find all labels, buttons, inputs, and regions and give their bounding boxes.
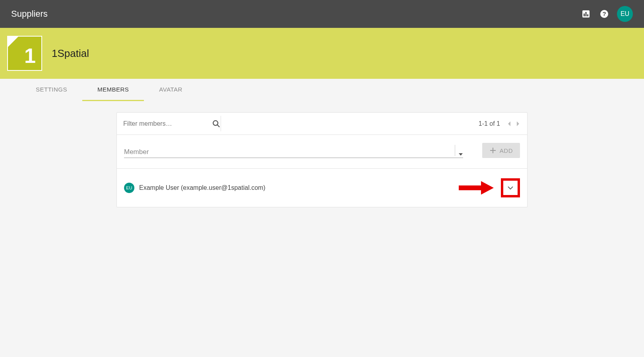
svg-line-7 bbox=[217, 125, 220, 127]
svg-rect-2 bbox=[586, 12, 587, 16]
logo-char: 1 bbox=[24, 44, 36, 68]
svg-point-6 bbox=[213, 121, 218, 125]
search-icon[interactable] bbox=[212, 119, 221, 128]
member-select-label: Member bbox=[124, 148, 453, 156]
expand-member-button[interactable] bbox=[501, 178, 520, 197]
svg-rect-13 bbox=[459, 185, 481, 190]
select-divider bbox=[455, 145, 455, 156]
svg-marker-8 bbox=[508, 121, 510, 126]
topbar: Suppliers ? EU bbox=[0, 0, 644, 28]
member-display: Example User (example.user@1spatial.com) bbox=[139, 184, 266, 191]
svg-rect-3 bbox=[587, 14, 588, 16]
tab-members[interactable]: MEMBERS bbox=[82, 79, 144, 101]
member-list-item: EU Example User (example.user@1spatial.c… bbox=[117, 169, 527, 207]
org-banner: 1 1Spatial bbox=[0, 28, 644, 79]
page-prev-icon[interactable] bbox=[505, 121, 514, 127]
annotation-arrow-icon bbox=[459, 181, 494, 195]
svg-marker-10 bbox=[459, 153, 463, 156]
svg-marker-14 bbox=[481, 181, 494, 195]
chevron-down-icon bbox=[507, 186, 514, 190]
member-select[interactable]: Member bbox=[124, 145, 463, 158]
svg-marker-9 bbox=[517, 121, 519, 126]
svg-text:?: ? bbox=[602, 10, 606, 17]
filter-input-group bbox=[122, 116, 221, 131]
user-avatar[interactable]: EU bbox=[617, 6, 633, 22]
org-name: 1Spatial bbox=[52, 47, 89, 60]
add-button-label: ADD bbox=[500, 147, 513, 154]
content-area: 1-1 of 1 Member ADD bbox=[0, 101, 644, 218]
tabs: SETTINGS MEMBERS AVATAR bbox=[0, 79, 644, 101]
org-logo: 1 bbox=[7, 36, 42, 71]
filter-toolbar: 1-1 of 1 bbox=[117, 113, 527, 135]
caret-down-icon bbox=[458, 153, 463, 156]
member-avatar: EU bbox=[124, 183, 134, 193]
members-card: 1-1 of 1 Member ADD bbox=[116, 112, 528, 207]
help-icon[interactable]: ? bbox=[599, 8, 610, 20]
annotation bbox=[459, 178, 520, 197]
stats-icon[interactable] bbox=[580, 8, 592, 20]
tab-settings[interactable]: SETTINGS bbox=[21, 79, 82, 101]
page-title: Suppliers bbox=[11, 9, 48, 19]
add-member-row: Member ADD bbox=[117, 135, 527, 169]
add-button[interactable]: ADD bbox=[482, 143, 520, 158]
pagination-text: 1-1 of 1 bbox=[479, 120, 500, 127]
plus-icon bbox=[489, 147, 497, 154]
tab-avatar[interactable]: AVATAR bbox=[144, 79, 198, 101]
filter-input[interactable] bbox=[122, 120, 209, 127]
topbar-actions: ? EU bbox=[580, 6, 633, 22]
svg-rect-1 bbox=[584, 14, 585, 16]
page-next-icon[interactable] bbox=[514, 121, 522, 127]
